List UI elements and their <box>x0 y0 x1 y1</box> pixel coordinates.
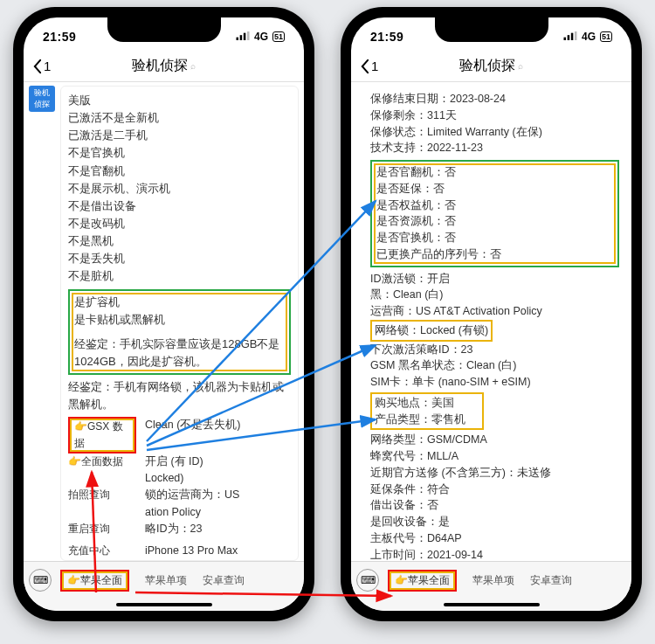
box-line: 是扩容机 <box>74 294 285 311</box>
chat-content: 保修结束日期：2023-08-24 保修剩余：311天 保修状态：Limited… <box>351 82 631 561</box>
info-line: 已激活是二手机 <box>68 127 291 144</box>
info-line: 借出设备：否 <box>370 497 619 514</box>
tab-apple-single[interactable]: 苹果单项 <box>472 573 514 588</box>
back-button[interactable]: 1 <box>360 59 378 74</box>
info-line: 不是丢失机 <box>68 250 291 267</box>
chevron-left-icon <box>32 59 42 74</box>
svg-rect-5 <box>568 35 570 40</box>
info-line: GSM 黑名单状态：Clean (白) <box>370 357 619 374</box>
data-cell: Locked) <box>145 470 183 487</box>
nav-bar: 1 验机侦探 ⌕ <box>24 51 304 82</box>
info-line: 不是改码机 <box>68 215 291 232</box>
home-indicator[interactable] <box>116 603 212 606</box>
info-line: 蜂窝代号：MLL/A <box>370 448 619 465</box>
net-label: 4G <box>254 31 268 43</box>
box-line: 购买地点：美国 <box>375 395 479 412</box>
info-line: 不是官换机 <box>68 144 291 162</box>
tab-apple-full[interactable]: 👉苹果全面 <box>388 570 457 592</box>
info-line: 不是借出设备 <box>68 197 291 215</box>
chat-content: 验机 侦探 美版 已激活不是全新机 已激活是二手机 不是官换机 不是官翻机 不是… <box>24 82 304 561</box>
data-cell: ation Policy <box>145 504 201 521</box>
chevron-left-icon <box>360 59 369 74</box>
box-line: 产品类型：零售机 <box>375 412 479 428</box>
box-line: 是否延保：否 <box>376 181 613 197</box>
info-line: 近期官方送修 (不含第三方)：未送修 <box>370 465 619 481</box>
tab-android[interactable]: 安卓查询 <box>530 573 572 588</box>
row-label[interactable]: 重启查询 <box>68 521 136 537</box>
title-sub: ⌕ <box>518 61 523 71</box>
info-line: 技术支持：2022-11-23 <box>370 140 619 156</box>
phone-left: 21:59 4G 51 1 验机侦探 ⌕ 验机 侦探 美版 已激活不是全新机 已… <box>13 7 314 621</box>
box-line: 是否官翻机：否 <box>376 164 613 181</box>
box-line: 经鉴定：手机实际容量应该是128GB不是1024GB，因此是扩容机。 <box>74 336 285 370</box>
tab-android[interactable]: 安卓查询 <box>203 573 245 588</box>
data-cell: 略ID为：23 <box>145 521 202 537</box>
box-line: 是否权益机：否 <box>376 197 613 214</box>
data-cell: iPhone 13 Pro Max <box>145 543 238 559</box>
info-line: 保修状态：Limited Warranty (在保) <box>370 124 619 141</box>
info-line: 不是脏机 <box>68 267 291 285</box>
svg-rect-4 <box>563 38 566 40</box>
keyboard-icon[interactable]: ⌨ <box>356 569 379 592</box>
signal-icon <box>236 31 250 43</box>
battery-icon: 51 <box>600 31 612 42</box>
row-label[interactable]: 充值中心 <box>68 543 136 559</box>
row-label[interactable]: 拍照查询 <box>68 487 136 503</box>
info-line: 经鉴定：手机有网络锁，该机器为卡贴机或黑解机。 <box>68 378 291 413</box>
info-line: 不是展示机、演示机 <box>68 180 291 197</box>
box-line: 已更换产品的序列号：否 <box>376 246 613 263</box>
page-title: 验机侦探 <box>459 57 515 75</box>
tabs: 👉苹果全面 苹果单项 安卓查询 <box>60 570 245 592</box>
box-line: 是否资源机：否 <box>376 213 613 230</box>
status-time: 21:59 <box>43 30 76 44</box>
screen-right: 21:59 4G 51 1 验机侦探 ⌕ 保修结束日期：2023-08-24 保… <box>351 17 631 611</box>
signal-icon <box>563 31 577 43</box>
gsx-button[interactable]: 👉GSX 数据 <box>68 417 136 453</box>
svg-rect-1 <box>240 35 243 40</box>
box-line: 是卡贴机或黑解机 <box>74 311 285 329</box>
status-right: 4G 51 <box>236 31 285 43</box>
data-cell: 锁的运营商为：US <box>145 487 239 503</box>
info-line: 上市时间：2021-09-14 <box>370 547 619 562</box>
tab-apple-single[interactable]: 苹果单项 <box>145 573 187 588</box>
data-cell: 开启 (有 ID) <box>145 454 203 470</box>
info-line: 是回收设备：是 <box>370 514 619 530</box>
data-cell: Clean (不是丢失机) <box>145 417 240 453</box>
highlight-netlock: 网络锁：Locked (有锁) <box>370 320 493 342</box>
svg-rect-0 <box>236 38 238 40</box>
tab-apple-full[interactable]: 👉苹果全面 <box>60 570 129 592</box>
notch <box>107 17 221 42</box>
back-count: 1 <box>371 59 378 73</box>
home-indicator[interactable] <box>444 603 540 606</box>
highlight-purchase: 购买地点：美国 产品类型：零售机 <box>370 392 484 431</box>
info-line: 运营商：US AT&T Activation Policy <box>370 303 619 320</box>
info-line: 保修结束日期：2023-08-24 <box>370 91 619 107</box>
title-sub: ⌕ <box>190 61 196 71</box>
info-line: 延保条件：符合 <box>370 481 619 498</box>
status-right: 4G 51 <box>563 31 612 43</box>
phone-right: 21:59 4G 51 1 验机侦探 ⌕ 保修结束日期：2023-08-24 保… <box>341 7 642 621</box>
status-time: 21:59 <box>370 30 403 44</box>
page-title: 验机侦探 <box>132 57 188 75</box>
avatar[interactable]: 验机 侦探 <box>29 86 55 112</box>
info-line: 不是官翻机 <box>68 163 291 180</box>
info-line: 不是黑机 <box>68 232 291 250</box>
highlight-box-green: 是否官翻机：否 是否延保：否 是否权益机：否 是否资源机：否 是否官换机：否 已… <box>370 160 619 267</box>
info-line: SIM卡：单卡 (nano-SIM + eSIM) <box>370 374 619 391</box>
svg-rect-6 <box>571 33 574 40</box>
battery-icon: 51 <box>272 31 285 42</box>
info-line: 保修剩余：311天 <box>370 107 619 124</box>
notch <box>435 17 548 42</box>
info-line: 已激活不是全新机 <box>68 109 291 127</box>
svg-rect-2 <box>244 33 246 40</box>
info-line: 网络类型：GSM/CDMA <box>370 432 619 448</box>
back-button[interactable]: 1 <box>32 59 51 74</box>
row-label[interactable]: 👉全面数据 <box>68 454 136 470</box>
box-line <box>74 329 285 336</box>
svg-rect-7 <box>575 31 577 40</box>
info-line: 黑：Clean (白) <box>370 287 619 303</box>
info-line: 美版 <box>68 92 291 109</box>
nav-bar: 1 验机侦探 ⌕ <box>351 51 631 82</box>
message-bubble: 保修结束日期：2023-08-24 保修剩余：311天 保修状态：Limited… <box>363 86 626 561</box>
keyboard-icon[interactable]: ⌨ <box>29 569 52 592</box>
